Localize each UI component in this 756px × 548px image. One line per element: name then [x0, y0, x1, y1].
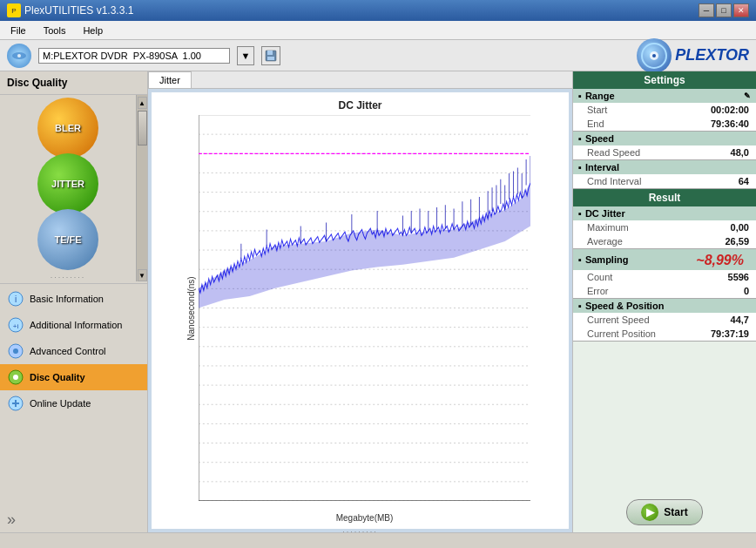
- speed-position-collapse-icon: ▪: [578, 301, 582, 311]
- tefe-disc-icon: TE/FE: [37, 209, 98, 270]
- range-section: ▪ Range ✎ Start 00:02:00 End 79:36:40: [573, 89, 756, 132]
- sidebar-expand-button[interactable]: »: [0, 507, 147, 532]
- range-end-row: End 79:36:40: [573, 117, 756, 131]
- menu-tools[interactable]: Tools: [37, 24, 73, 37]
- plextor-logo-text: PLEXTOR: [675, 46, 749, 64]
- settings-header: Settings: [573, 71, 756, 89]
- cmd-interval-value: 64: [739, 176, 749, 186]
- sidebar-item-additional-information[interactable]: +i Additional Information: [0, 312, 147, 338]
- device-select[interactable]: [38, 48, 230, 64]
- sidebar-item-additional-information-label: Additional Information: [30, 320, 122, 330]
- range-edit-icon: ✎: [744, 91, 751, 100]
- dc-jitter-max-row: Maximum 0,00: [573, 220, 756, 234]
- range-start-row: Start 00:02:00: [573, 103, 756, 117]
- range-start-label: Start: [587, 105, 607, 115]
- speed-label: Speed: [585, 133, 614, 144]
- sidebar-scroll-dots: ·········: [0, 273, 136, 281]
- tefe-button[interactable]: TE/FE: [24, 213, 111, 266]
- sidebar-scrollbar[interactable]: ▲ ▼: [136, 95, 147, 281]
- start-button-label: Start: [664, 506, 687, 518]
- range-collapse-icon: ▪: [578, 91, 582, 101]
- main-content: Disc Quality BLER JITTER: [0, 71, 756, 532]
- sampling-header[interactable]: ▪ Sampling ~8,99%: [573, 249, 756, 270]
- chart-area: Jitter DC Jitter Nanosecond(ns) Megabyte…: [148, 71, 573, 532]
- current-speed-row: Current Speed 44,7: [573, 313, 756, 327]
- title-bar: P PlexUTILITIES v1.3.3.1 ─ □ ✕: [0, 0, 756, 21]
- close-button[interactable]: ✕: [733, 3, 749, 17]
- minimize-button[interactable]: ─: [699, 3, 714, 17]
- interval-collapse-icon: ▪: [578, 162, 582, 173]
- sidebar-item-disc-quality[interactable]: Disc Quality: [0, 364, 147, 390]
- chart-bottom-dots: ·········: [155, 527, 565, 536]
- svg-point-7: [652, 54, 656, 58]
- device-dropdown-button[interactable]: ▼: [237, 46, 254, 65]
- save-button[interactable]: [261, 46, 280, 65]
- interval-section: ▪ Interval Cmd Interval 64: [573, 160, 756, 189]
- jitter-button[interactable]: JITTER: [24, 158, 111, 210]
- dc-jitter-collapse-icon: ▪: [578, 208, 582, 219]
- chart-tab: Jitter: [148, 71, 572, 89]
- app-icon: P: [7, 3, 21, 17]
- sampling-count-row: Count 5596: [573, 270, 756, 284]
- sampling-count-value: 5596: [728, 272, 749, 282]
- dc-jitter-avg-label: Average: [587, 236, 623, 247]
- interval-label: Interval: [585, 162, 619, 173]
- interval-header[interactable]: ▪ Interval: [573, 160, 756, 174]
- sidebar-item-online-update-label: Online Update: [30, 398, 91, 409]
- range-header[interactable]: ▪ Range ✎: [573, 89, 756, 103]
- sidebar-item-advanced-control-label: Advanced Control: [30, 346, 105, 356]
- dc-jitter-max-label: Maximum: [587, 222, 629, 233]
- additional-info-icon: +i: [7, 316, 24, 334]
- sidebar: Disc Quality BLER JITTER: [0, 71, 148, 532]
- bler-button[interactable]: BLER: [24, 102, 111, 154]
- chart-container: DC Jitter Nanosecond(ns) Megabyte(MB): [152, 92, 569, 529]
- speed-header[interactable]: ▪ Speed: [573, 132, 756, 145]
- menu-file[interactable]: File: [3, 24, 33, 37]
- svg-point-1: [17, 54, 21, 58]
- device-icon: [7, 44, 31, 68]
- jitter-disc-icon: JITTER: [37, 153, 98, 214]
- range-end-value: 79:36:40: [711, 118, 749, 129]
- start-button[interactable]: ▶ Start: [626, 499, 702, 525]
- dc-jitter-avg-row: Average 26,59: [573, 234, 756, 248]
- sampling-error-value: 0: [744, 286, 749, 296]
- sidebar-item-basic-information[interactable]: i Basic Information: [0, 286, 147, 312]
- basic-info-icon: i: [7, 290, 24, 308]
- sampling-collapse-icon: ▪: [578, 254, 582, 265]
- sidebar-item-online-update[interactable]: Online Update: [0, 390, 147, 416]
- scrollbar-thumb[interactable]: [138, 111, 147, 145]
- speed-position-header[interactable]: ▪ Speed & Position: [573, 299, 756, 313]
- x-axis-label: Megabyte(MB): [336, 513, 394, 523]
- svg-marker-97: [199, 183, 530, 308]
- app-title: PlexUTILITIES v1.3.3.1: [24, 4, 133, 17]
- svg-text:i: i: [15, 294, 17, 304]
- bler-disc-icon: BLER: [37, 98, 98, 159]
- sidebar-item-disc-quality-label: Disc Quality: [30, 372, 85, 382]
- chart-inner: Nanosecond(ns) Megabyte(MB) 0: [199, 115, 530, 501]
- chart-title: DC Jitter: [155, 96, 565, 115]
- window-controls: ─ □ ✕: [699, 3, 749, 17]
- plextor-logo: PLEXTOR: [637, 38, 749, 73]
- sampling-error-label: Error: [587, 286, 608, 296]
- sidebar-item-advanced-control[interactable]: Advanced Control: [0, 338, 147, 364]
- dc-jitter-section: ▪ DC Jitter Maximum 0,00 Average 26,59: [573, 206, 756, 249]
- maximize-button[interactable]: □: [716, 3, 732, 17]
- svg-point-15: [13, 375, 18, 380]
- menu-help[interactable]: Help: [76, 24, 110, 37]
- dc-jitter-avg-value: 26,59: [725, 236, 749, 247]
- range-start-value: 00:02:00: [711, 105, 749, 115]
- sampling-big-value: ~8,99%: [696, 251, 751, 268]
- online-update-icon: [7, 395, 24, 412]
- sidebar-disc-quality-header: Disc Quality: [0, 71, 147, 95]
- dc-jitter-header[interactable]: ▪ DC Jitter: [573, 206, 756, 220]
- svg-point-13: [13, 348, 18, 354]
- current-position-row: Current Position 79:37:19: [573, 327, 756, 341]
- current-speed-value: 44,7: [731, 315, 749, 325]
- dc-jitter-label: DC Jitter: [585, 208, 625, 219]
- sampling-count-label: Count: [587, 272, 612, 282]
- speed-position-section: ▪ Speed & Position Current Speed 44,7 Cu…: [573, 299, 756, 342]
- tab-jitter[interactable]: Jitter: [148, 71, 192, 88]
- dc-jitter-max-value: 0,00: [731, 222, 749, 233]
- range-label: Range: [585, 91, 615, 101]
- sidebar-divider: [0, 283, 147, 284]
